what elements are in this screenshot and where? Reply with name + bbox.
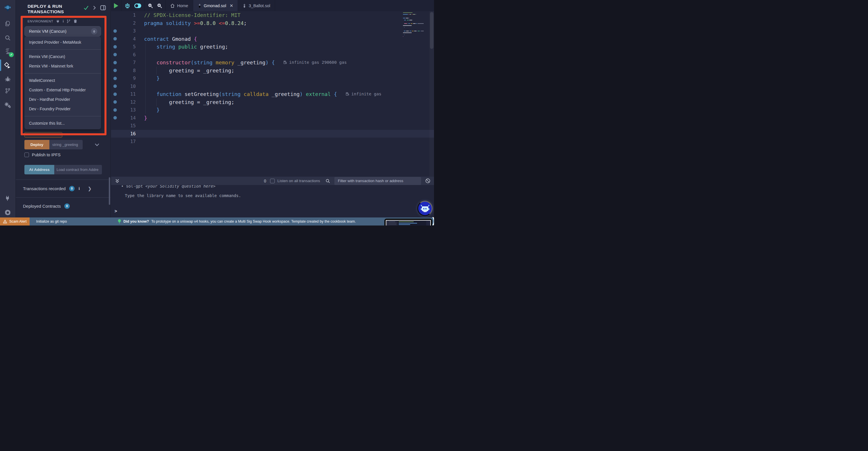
listen-all-transactions-checkbox[interactable] [270, 179, 275, 183]
solidity-compiler-icon[interactable]: ✓ [4, 47, 12, 55]
publish-to-ipfs-checkbox[interactable] [24, 152, 29, 157]
environment-option[interactable]: Remix VM (Cancun) [24, 52, 101, 61]
environment-option[interactable]: Dev - Foundry Provider [24, 104, 101, 114]
run-script-button[interactable] [114, 3, 118, 8]
code-text: pragma solidity >=0.8.0 <=0.8.24; [136, 20, 247, 26]
select-arrows-icon [91, 28, 97, 34]
panel-scrollbar[interactable] [109, 177, 110, 205]
at-address-button[interactable]: At Address [24, 165, 54, 174]
line-number: 1 [119, 12, 136, 18]
transactions-chevron-icon[interactable]: ❯ [88, 186, 92, 191]
terminal-output[interactable]: • sol-gpt <your Solidity question here> … [111, 185, 434, 218]
code-line[interactable]: 16 [111, 130, 434, 138]
plugins-icon[interactable] [4, 101, 12, 109]
settings-icon[interactable] [4, 208, 12, 217]
code-line[interactable]: 2pragma solidity >=0.8.0 <=0.8.24; [111, 19, 434, 27]
code-line[interactable]: 15 [111, 122, 434, 130]
terminal-filter-input[interactable] [334, 177, 421, 185]
code-line[interactable]: 13 } [111, 106, 434, 114]
code-line[interactable]: 12 greeting = _greeting; [111, 98, 434, 106]
search-icon[interactable] [4, 34, 12, 42]
editor-scrollbar[interactable] [429, 11, 434, 177]
terminal-search-icon[interactable] [325, 178, 330, 184]
dropdown-divider [24, 73, 101, 74]
editor-tabbar: Home Gmonad.sol ✕ 3_Ballot.sol [111, 0, 434, 11]
plug-icon[interactable] [56, 20, 60, 23]
line-number: 17 [119, 139, 136, 144]
screen-share-preview[interactable] [384, 219, 432, 225]
line-number: 14 [119, 115, 136, 121]
code-line[interactable]: 1// SPDX-License-Identifier: MIT [111, 11, 434, 19]
code-editor[interactable]: 1// SPDX-License-Identifier: MIT2pragma … [111, 11, 434, 177]
code-line[interactable]: 7 constructor(string memory _greeting) {… [111, 59, 434, 67]
line-number: 3 [119, 28, 136, 34]
line-number: 13 [119, 107, 136, 113]
environment-option[interactable]: WalletConnect [24, 76, 101, 85]
ai-assistant-avatar[interactable] [417, 201, 433, 216]
chevron-right-icon[interactable] [93, 5, 96, 10]
line-number: 10 [119, 84, 136, 89]
code-line[interactable]: 4contract Gmonad { [111, 35, 434, 43]
environment-option[interactable]: Custom - External Http Provider [24, 85, 101, 95]
deploy-button[interactable]: Deploy [24, 140, 50, 149]
environment-option[interactable]: Dev - Hardhat Provider [24, 95, 101, 104]
expand-constructor-args-icon[interactable] [95, 143, 99, 146]
tab-home[interactable]: Home [166, 0, 193, 11]
obscured-warning-button[interactable] [24, 132, 62, 138]
code-text: string public greeting; [136, 44, 228, 50]
code-line[interactable]: 8 greeting = _greeting; [111, 67, 434, 75]
code-line[interactable]: 9 } [111, 75, 434, 82]
expand-terminal-icon[interactable] [115, 179, 119, 183]
panel-title: DEPLOY & RUN TRANSACTIONS [28, 3, 76, 15]
code-line[interactable]: 11 function setGreeting(string calldata … [111, 90, 434, 98]
file-explorer-icon[interactable] [4, 20, 12, 28]
at-address-input[interactable] [54, 165, 102, 174]
environment-option[interactable]: Remix VM - Mainnet fork [24, 61, 101, 71]
scam-alert-button[interactable]: Scam Alert [0, 218, 30, 225]
gutter-marker [111, 53, 119, 56]
line-number: 5 [119, 44, 136, 49]
environment-label: ENVIRONMENT [28, 20, 53, 23]
transactions-recorded-section[interactable]: Transactions recorded 0 i ❯ [23, 184, 106, 193]
fork-icon[interactable] [67, 19, 71, 23]
deploy-run-icon[interactable] [4, 61, 12, 69]
code-line[interactable]: 6 [111, 51, 434, 59]
deploy-run-panel: DEPLOY & RUN TRANSACTIONS ENVIRONMENT i … [16, 0, 111, 218]
git-init-button[interactable]: Initialize as git repo [36, 220, 67, 224]
code-line[interactable]: 5 string public greeting; [111, 43, 434, 51]
remix-logo-icon[interactable] [4, 4, 12, 12]
transactions-recorded-label: Transactions recorded [23, 186, 66, 191]
deployed-contracts-section[interactable]: Deployed Contracts 0 [23, 202, 106, 210]
ai-copilot-icon[interactable] [124, 3, 131, 9]
git-icon[interactable] [4, 87, 12, 95]
pin-panel-icon[interactable] [100, 5, 106, 10]
tab-3-ballot-sol[interactable]: 3_Ballot.sol [238, 0, 275, 11]
constructor-arg-input[interactable] [50, 140, 83, 149]
clear-console-icon[interactable] [425, 178, 431, 184]
trash-icon[interactable] [73, 19, 77, 23]
ai-copilot-toggle[interactable] [134, 3, 142, 8]
tab-gmonad-sol[interactable]: Gmonad.sol ✕ [193, 0, 238, 11]
indent-guide [145, 43, 146, 114]
debugger-icon[interactable] [4, 75, 12, 83]
code-line[interactable]: 14} [111, 114, 434, 122]
environment-info-icon[interactable]: i [63, 20, 64, 23]
remix-ide-window: ✓ DEPLOY & RUN TRANSACTIONS [0, 0, 434, 225]
terminal-prompt: > [115, 208, 117, 214]
zoom-out-icon[interactable] [148, 3, 153, 9]
minimap[interactable] [403, 12, 424, 44]
environment-option[interactable]: Customize this list... [24, 119, 101, 128]
code-line[interactable]: 10 [111, 82, 434, 90]
close-tab-icon[interactable]: ✕ [229, 3, 234, 8]
environment-select[interactable]: Remix VM (Cancun) [24, 26, 101, 36]
environment-option[interactable]: Injected Provider - MetaMask [24, 38, 101, 47]
transactions-count-badge: 0 [69, 186, 74, 191]
code-line[interactable]: 17 [111, 138, 434, 146]
code-line[interactable]: 3 [111, 27, 434, 35]
publish-to-ipfs-label: Publish to IPFS [32, 152, 61, 157]
line-number: 11 [119, 91, 136, 97]
scrollbar-thumb[interactable] [430, 12, 433, 49]
zoom-in-icon[interactable] [157, 3, 162, 9]
plugin-manager-icon[interactable] [4, 194, 12, 202]
transactions-info-icon[interactable]: i [79, 186, 80, 191]
